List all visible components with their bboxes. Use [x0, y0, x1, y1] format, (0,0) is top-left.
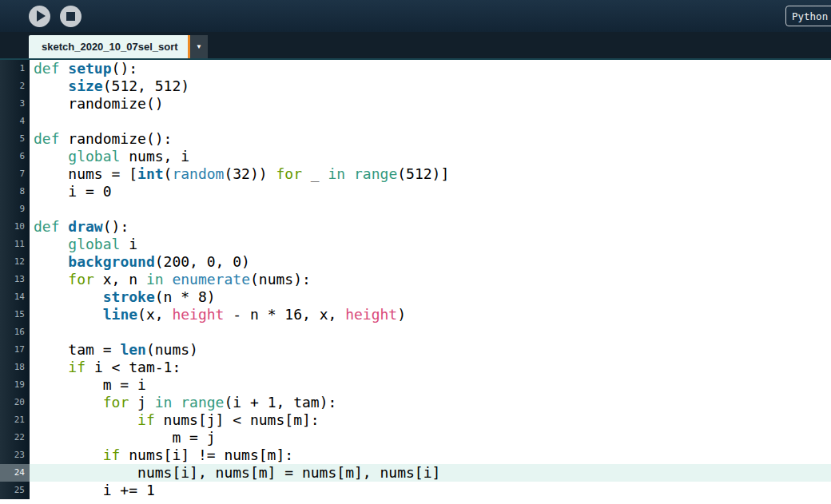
- code-token: (nums): [146, 341, 198, 358]
- tab-sketch[interactable]: sketch_2020_10_07sel_sort: [29, 35, 188, 58]
- code-token: (: [164, 165, 173, 182]
- code-line[interactable]: randomize(): [30, 95, 831, 113]
- code-line[interactable]: m = j: [30, 429, 831, 446]
- code-editor[interactable]: 1def setup():2 size(512, 512)3 randomize…: [0, 60, 831, 499]
- code-token: [34, 411, 137, 428]
- line-number: 19: [0, 376, 30, 394]
- code-token: for: [276, 165, 302, 182]
- code-token: def: [34, 218, 60, 235]
- code-token: [172, 394, 181, 411]
- tab-bar: sketch_2020_10_07sel_sort ▼: [0, 32, 831, 60]
- code-token: height: [345, 306, 397, 323]
- code-row: 1def setup():: [0, 60, 831, 77]
- code-token: global: [68, 236, 120, 252]
- code-token: in: [155, 394, 173, 411]
- code-line[interactable]: global nums, i: [30, 148, 831, 165]
- code-line[interactable]: if nums[i] != nums[m]:: [30, 446, 831, 464]
- code-line[interactable]: global i: [30, 236, 831, 253]
- code-line[interactable]: line(x, height - n * 16, x, height): [30, 306, 831, 323]
- code-row: 23 if nums[i] != nums[m]:: [0, 446, 831, 464]
- code-line[interactable]: [30, 323, 831, 341]
- tab-menu-button[interactable]: ▼: [190, 35, 208, 58]
- processing-ide-window: Python ▾ sketch_2020_10_07sel_sort ▼ 1de…: [0, 0, 831, 504]
- code-line[interactable]: nums = [int(random(32)) for _ in range(5…: [30, 165, 831, 183]
- code-line[interactable]: [30, 200, 831, 218]
- code-token: if: [68, 359, 85, 375]
- chevron-down-icon: ▼: [196, 43, 202, 50]
- code-token: ():: [103, 218, 129, 235]
- code-line[interactable]: background(200, 0, 0): [30, 253, 831, 271]
- line-number: 4: [0, 113, 30, 130]
- code-token: [345, 165, 354, 182]
- code-token: randomize():: [60, 130, 173, 147]
- code-row: 24 nums[i], nums[m] = nums[m], nums[i]: [0, 464, 831, 482]
- line-number: 6: [0, 148, 30, 165]
- code-token: range: [354, 165, 397, 182]
- code-token: enumerate: [172, 271, 250, 288]
- code-token: random: [172, 165, 224, 182]
- run-button[interactable]: [29, 6, 50, 27]
- code-line[interactable]: i = 0: [30, 183, 831, 200]
- mode-selector-button[interactable]: Python ▾: [785, 6, 831, 26]
- code-row: 6 global nums, i: [0, 148, 831, 165]
- code-token: nums[i], nums[m] = nums[m], nums[i]: [34, 464, 440, 481]
- code-token: nums[j] < nums[m]:: [155, 411, 320, 428]
- code-token: tam =: [34, 341, 120, 358]
- code-row: 9: [0, 200, 831, 218]
- code-line[interactable]: m = i: [30, 376, 831, 394]
- code-token: (x,: [137, 306, 172, 323]
- code-line[interactable]: tam = len(nums): [30, 341, 831, 359]
- code-token: (nums):: [250, 271, 311, 288]
- code-token: nums[i] != nums[m]:: [120, 446, 293, 463]
- line-number: 20: [0, 394, 30, 411]
- code-token: (512, 512): [103, 77, 189, 94]
- line-number: 13: [0, 271, 30, 288]
- code-line[interactable]: [30, 113, 831, 130]
- code-token: in: [328, 165, 346, 182]
- code-line[interactable]: if nums[j] < nums[m]:: [30, 411, 831, 429]
- line-number: 17: [0, 341, 30, 359]
- stop-button[interactable]: [60, 6, 82, 27]
- code-token: ): [397, 306, 406, 323]
- code-line[interactable]: i += 1: [30, 482, 831, 499]
- code-line[interactable]: nums[i], nums[m] = nums[m], nums[i]: [30, 464, 831, 482]
- code-line[interactable]: size(512, 512): [30, 77, 831, 95]
- code-row: 15 line(x, height - n * 16, x, height): [0, 306, 831, 323]
- code-token: for: [68, 271, 94, 288]
- code-token: global: [68, 148, 120, 165]
- toolbar: Python ▾: [0, 0, 831, 32]
- code-token: range: [181, 394, 224, 411]
- code-row: 25 i += 1: [0, 482, 831, 499]
- code-token: for: [103, 394, 129, 411]
- code-token: x, n: [94, 271, 146, 288]
- code-token: randomize(): [34, 95, 164, 112]
- code-token: height: [172, 306, 224, 323]
- code-token: len: [120, 341, 146, 358]
- code-token: in: [146, 271, 164, 288]
- code-token: i = 0: [34, 183, 112, 200]
- mode-selector-label: Python: [792, 10, 828, 22]
- code-token: i += 1: [34, 482, 155, 498]
- code-row: 4: [0, 113, 831, 130]
- line-number: 24: [0, 464, 30, 482]
- code-line[interactable]: def draw():: [30, 218, 831, 236]
- line-number: 8: [0, 183, 30, 200]
- code-line[interactable]: def randomize():: [30, 130, 831, 148]
- code-token: if: [103, 446, 121, 463]
- play-icon: [37, 10, 46, 22]
- code-line[interactable]: for x, n in enumerate(nums):: [30, 271, 831, 288]
- code-line[interactable]: stroke(n * 8): [30, 288, 831, 306]
- code-token: stroke: [103, 288, 155, 305]
- code-token: [60, 60, 69, 77]
- code-line[interactable]: if i < tam-1:: [30, 359, 831, 376]
- code-line[interactable]: for j in range(i + 1, tam):: [30, 394, 831, 411]
- code-token: size: [68, 77, 102, 94]
- code-line[interactable]: def setup():: [30, 60, 831, 77]
- code-row: 14 stroke(n * 8): [0, 288, 831, 306]
- line-number: 3: [0, 95, 30, 113]
- code-token: setup: [68, 60, 111, 77]
- line-number: 5: [0, 130, 30, 148]
- tab-label: sketch_2020_10_07sel_sort: [42, 41, 178, 53]
- code-token: [34, 236, 68, 252]
- code-row: 8 i = 0: [0, 183, 831, 200]
